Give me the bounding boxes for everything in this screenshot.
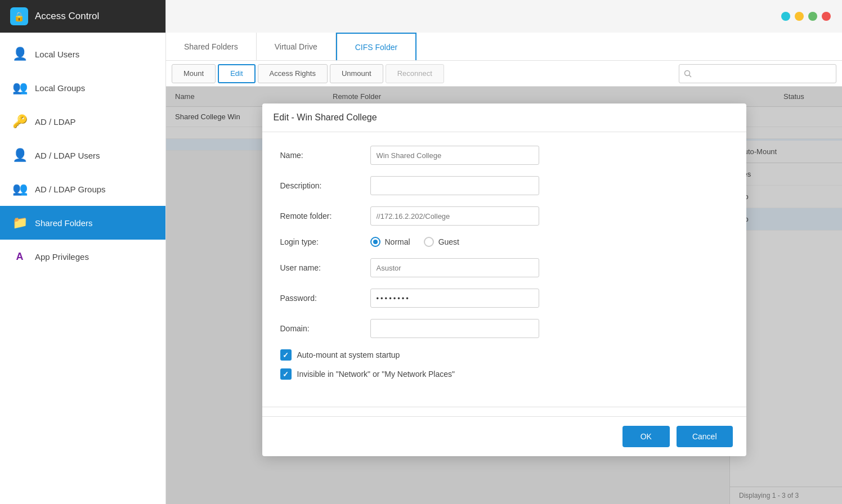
edit-modal: Edit - Win Shared College Name: Descript… [262, 104, 746, 456]
modal-overlay: Edit - Win Shared College Name: Descript… [166, 87, 842, 504]
label-remote-folder: Remote folder: [280, 212, 370, 220]
radio-circle-normal [370, 237, 380, 247]
search-input[interactable] [695, 69, 831, 78]
local-groups-icon: 👥 [12, 80, 27, 95]
sidebar-item-label-local-users: Local Users [35, 50, 79, 59]
sidebar-item-shared-folders[interactable]: 📁 Shared Folders [0, 206, 165, 240]
win-btn-yellow[interactable] [795, 12, 804, 21]
sidebar-item-label-ad-ldap-users: AD / LDAP Users [35, 151, 100, 160]
sidebar-header: 🔒 Access Control [0, 0, 165, 33]
radio-normal[interactable]: Normal [370, 237, 410, 247]
content-area: Name Remote Folder Status Shared College… [166, 87, 842, 504]
tab-bar-top: Shared Folders Virtual Drive CIFS Folder [166, 33, 842, 61]
search-icon [684, 70, 692, 78]
tab-shared-folders[interactable]: Shared Folders [166, 33, 257, 60]
label-description: Description: [280, 181, 370, 190]
radio-guest[interactable]: Guest [424, 237, 459, 247]
search-wrapper [679, 64, 836, 83]
sidebar-item-ad-ldap-groups[interactable]: 👥 AD / LDAP Groups [0, 172, 165, 206]
radio-label-normal: Normal [385, 237, 410, 246]
label-login-type: Login type: [280, 237, 370, 246]
tab-reconnect[interactable]: Reconnect [386, 64, 444, 83]
label-password: Password: [280, 294, 370, 303]
sidebar-title: Access Control [35, 11, 99, 22]
form-row-remote-folder: Remote folder: [280, 206, 728, 226]
form-row-description: Description: [280, 176, 728, 195]
svg-point-0 [685, 70, 690, 75]
win-btn-green[interactable] [808, 12, 817, 21]
sidebar-item-label-ad-ldap: AD / LDAP [35, 117, 76, 127]
input-remote-folder[interactable] [370, 206, 539, 226]
ad-ldap-icon: 🔑 [12, 114, 27, 129]
shared-folders-icon: 📁 [12, 215, 27, 230]
sidebar-item-local-users[interactable]: 👤 Local Users [0, 37, 165, 71]
app-privileges-icon: A [12, 249, 27, 264]
sidebar-item-ad-ldap[interactable]: 🔑 AD / LDAP [0, 105, 165, 138]
tab-mount[interactable]: Mount [172, 64, 216, 83]
ad-ldap-groups-icon: 👥 [12, 182, 27, 196]
checkbox-invisible[interactable] [280, 368, 292, 380]
sidebar-item-local-groups[interactable]: 👥 Local Groups [0, 71, 165, 105]
form-row-domain: Domain: [280, 319, 728, 338]
modal-body: Name: Description: Remote folder: [262, 132, 746, 401]
win-btn-red[interactable] [822, 12, 831, 21]
label-name: Name: [280, 151, 370, 160]
checkbox-label-invisible: Invisible in "Network" or "My Network Pl… [297, 370, 455, 379]
tab-virtual-drive[interactable]: Virtual Drive [257, 33, 336, 60]
radio-label-guest: Guest [438, 237, 459, 246]
tab-edit[interactable]: Edit [218, 64, 255, 83]
label-domain: Domain: [280, 324, 370, 333]
sidebar-item-label-ad-ldap-groups: AD / LDAP Groups [35, 184, 106, 194]
top-bar [166, 0, 842, 33]
input-username[interactable] [370, 258, 539, 277]
sidebar-item-app-privileges[interactable]: A App Privileges [0, 240, 165, 273]
sidebar-item-label-shared-folders: Shared Folders [35, 218, 93, 228]
input-description[interactable] [370, 176, 539, 195]
win-btn-teal[interactable] [781, 12, 790, 21]
form-row-password: Password: [280, 289, 728, 308]
tab-cifs-folder[interactable]: CIFS Folder [336, 33, 416, 60]
sidebar-item-label-app-privileges: App Privileges [35, 252, 89, 262]
input-name[interactable] [370, 146, 539, 165]
checkbox-auto-mount[interactable] [280, 349, 292, 361]
tab-bar-second: Mount Edit Access Rights Unmount Reconne… [166, 61, 842, 87]
modal-footer: OK Cancel [262, 416, 746, 456]
label-username: User name: [280, 263, 370, 272]
modal-divider [262, 407, 746, 407]
checkbox-row-invisible: Invisible in "Network" or "My Network Pl… [280, 368, 728, 380]
sidebar-item-label-local-groups: Local Groups [35, 83, 85, 93]
app-icon: 🔒 [10, 7, 28, 25]
cancel-button[interactable]: Cancel [677, 426, 733, 447]
sidebar: 🔒 Access Control 👤 Local Users 👥 Local G… [0, 0, 166, 504]
tab-access-rights[interactable]: Access Rights [258, 64, 328, 83]
sidebar-nav: 👤 Local Users 👥 Local Groups 🔑 AD / LDAP… [0, 33, 165, 504]
input-password[interactable] [370, 289, 539, 308]
sidebar-item-ad-ldap-users[interactable]: 👤 AD / LDAP Users [0, 138, 165, 172]
ad-ldap-users-icon: 👤 [12, 148, 27, 163]
checkbox-row-auto-mount: Auto-mount at system startup [280, 349, 728, 361]
checkbox-label-auto-mount: Auto-mount at system startup [297, 350, 400, 359]
radio-group-login: Normal Guest [370, 237, 459, 247]
modal-title: Edit - Win Shared College [262, 104, 746, 132]
main-content: Shared Folders Virtual Drive CIFS Folder… [166, 0, 842, 504]
radio-circle-guest [424, 237, 434, 247]
form-row-name: Name: [280, 146, 728, 165]
form-row-username: User name: [280, 258, 728, 277]
tab-unmount[interactable]: Unmount [330, 64, 383, 83]
form-row-login-type: Login type: Normal Guest [280, 237, 728, 247]
input-domain[interactable] [370, 319, 539, 338]
svg-line-1 [689, 75, 692, 77]
ok-button[interactable]: OK [622, 426, 670, 447]
local-users-icon: 👤 [12, 47, 27, 61]
